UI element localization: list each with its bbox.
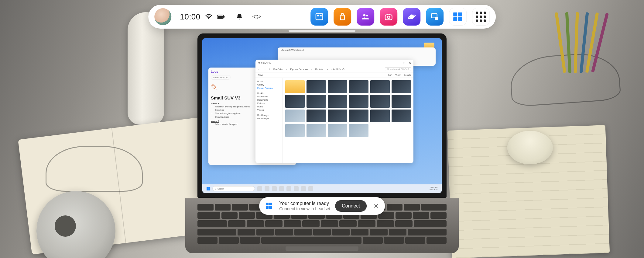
nav-rect1[interactable]: Rect Images [257, 113, 281, 117]
file-thumb[interactable] [328, 80, 347, 93]
nav-onedrive[interactable]: Eyrou - Personal [257, 86, 281, 90]
app-camera-button[interactable] [380, 8, 397, 26]
universal-bar: 10:00 [148, 5, 496, 29]
file-thumb[interactable] [285, 110, 305, 122]
explorer-view[interactable]: View [395, 74, 400, 76]
nav-documents[interactable]: Documents [257, 98, 281, 102]
explorer-toolbar: New Sort View Details [255, 72, 413, 78]
file-thumb[interactable] [370, 95, 390, 108]
library-icon [315, 12, 324, 21]
file-thumb[interactable] [349, 95, 368, 108]
desk-candle [507, 131, 553, 164]
windows-icon [264, 201, 274, 211]
toast-subtitle: Connect to view in headset [279, 206, 330, 211]
laptop-bezel: Microsoft Whiteboard Loop Small SUV V3 ✎… [197, 33, 447, 198]
file-thumb[interactable] [285, 80, 305, 93]
file-thumb[interactable] [307, 80, 326, 93]
assistant-icon [252, 14, 262, 19]
remote-display-icon [430, 12, 439, 21]
file-thumb[interactable] [349, 80, 368, 93]
file-thumb[interactable] [349, 110, 368, 122]
explorer-search[interactable]: Search mini SUV v3 [385, 67, 411, 71]
explorer-maximize[interactable]: ▢ [403, 61, 406, 64]
nav-desktop[interactable]: Desktop [257, 92, 281, 95]
loop-tab[interactable]: Small SUV V3 [211, 75, 231, 80]
svg-rect-14 [316, 14, 323, 20]
file-thumb[interactable] [328, 110, 347, 122]
file-thumb[interactable] [285, 95, 305, 108]
explorer-title: mini SUV v3 [258, 61, 271, 64]
explorer-new[interactable]: New [258, 74, 263, 76]
taskbar-pin[interactable] [279, 186, 284, 191]
file-thumb[interactable] [328, 95, 347, 108]
laptop-screen: Microsoft Whiteboard Loop Small SUV V3 ✎… [202, 38, 442, 193]
app-all-apps-button[interactable] [472, 8, 490, 26]
taskbar-pin[interactable] [265, 186, 269, 191]
svg-rect-2 [218, 16, 223, 18]
taskbar-pin[interactable] [257, 186, 262, 191]
file-thumb[interactable] [392, 95, 411, 108]
svg-rect-16 [320, 15, 321, 16]
svg-point-5 [254, 16, 255, 16]
assistant-button[interactable] [251, 11, 263, 23]
app-browser-button[interactable] [403, 8, 420, 26]
nav-pictures[interactable]: Pictures [257, 102, 281, 105]
nav-music[interactable]: Music [257, 105, 281, 108]
status-cluster[interactable]: 10:00 [177, 12, 228, 22]
explorer-close[interactable]: ✕ [409, 61, 411, 64]
file-thumb[interactable] [307, 110, 326, 122]
file-thumb[interactable] [328, 124, 347, 137]
app-store-button[interactable] [334, 8, 351, 26]
resize-handle[interactable] [289, 30, 355, 32]
taskbar-pin[interactable] [301, 186, 306, 191]
toast-title: Your computer is ready [279, 201, 330, 206]
close-icon [374, 204, 379, 208]
connect-button[interactable]: Connect [335, 200, 367, 212]
taskbar-search[interactable]: ⌕Search [212, 186, 255, 191]
file-thumb[interactable] [307, 95, 326, 108]
svg-point-7 [257, 15, 258, 16]
svg-rect-24 [435, 17, 438, 20]
desk-thermos [128, 12, 164, 125]
explorer-minimize[interactable]: — [397, 61, 400, 64]
taskbar-pin[interactable] [272, 186, 277, 191]
explorer-breadcrumb[interactable]: ←→↑ OneDrive› Eyrou - Personal› Desktop›… [255, 66, 413, 72]
taskbar-pin[interactable] [294, 186, 299, 191]
file-thumb[interactable] [285, 124, 305, 137]
nav-downloads[interactable]: Downloads [257, 95, 281, 98]
shopping-bag-icon [338, 12, 347, 21]
nav-gallery[interactable]: Gallery [257, 83, 281, 86]
windows-icon [453, 12, 462, 21]
profile-avatar[interactable] [154, 8, 171, 25]
file-thumb[interactable] [392, 110, 411, 122]
file-thumb[interactable] [307, 124, 326, 137]
file-thumb[interactable] [370, 110, 390, 122]
svg-point-0 [208, 18, 209, 19]
notifications-button[interactable] [233, 11, 245, 23]
taskbar-pin[interactable] [308, 186, 313, 191]
app-windows-button[interactable] [449, 8, 467, 26]
car-sketch [46, 146, 143, 192]
wifi-icon [205, 13, 213, 21]
laptop: Microsoft Whiteboard Loop Small SUV V3 ✎… [197, 33, 447, 253]
taskbar-pin[interactable] [286, 186, 291, 191]
file-thumb[interactable] [392, 80, 411, 93]
file-thumb[interactable] [370, 80, 390, 93]
desk-pencil-cup [556, 12, 611, 73]
app-people-button[interactable] [357, 8, 374, 26]
nav-home[interactable]: Home [257, 80, 281, 83]
grid-icon [476, 12, 486, 22]
start-button[interactable] [207, 187, 210, 190]
nav-videos[interactable]: Videos [257, 108, 281, 112]
nav-rect2[interactable]: Rect Images [257, 117, 281, 120]
app-remote-display-button[interactable] [426, 8, 444, 26]
file-thumb[interactable] [349, 124, 368, 137]
explorer-sort[interactable]: Sort [388, 74, 392, 76]
taskbar-tray[interactable]: 10:00 AM 1/23/2024 [429, 187, 437, 190]
svg-point-9 [260, 16, 261, 17]
svg-point-18 [366, 15, 368, 16]
toast-close-button[interactable] [372, 201, 381, 211]
file-explorer-window[interactable]: mini SUV v3 — ▢ ✕ ←→↑ OneDrive› Eyrou - … [255, 60, 413, 163]
explorer-details[interactable]: Details [404, 74, 411, 76]
app-library-button[interactable] [310, 8, 328, 26]
